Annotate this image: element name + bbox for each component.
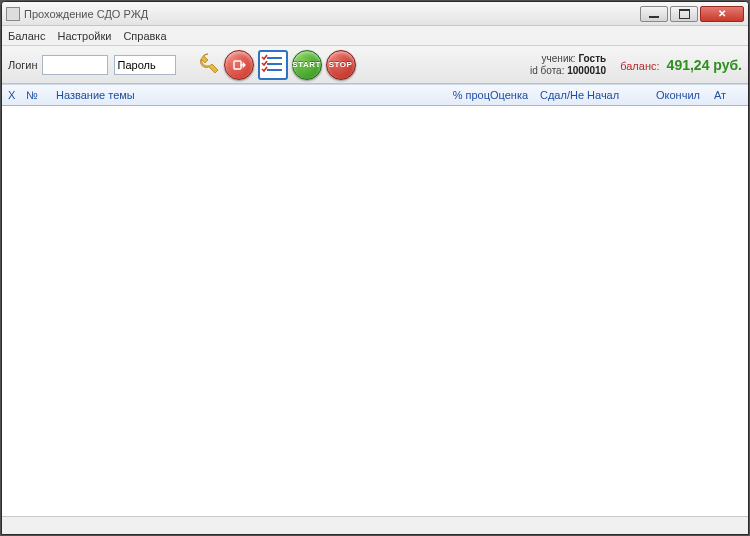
column-grade[interactable]: Оценка [490, 89, 540, 101]
column-percent[interactable]: % проц [430, 89, 490, 101]
stop-icon: STOP [326, 50, 356, 80]
stop-button[interactable]: STOP [326, 50, 356, 80]
column-name[interactable]: Название темы [56, 89, 430, 101]
menu-settings[interactable]: Настройки [57, 30, 111, 42]
user-info: ученик: Гость id бота: 1000010 [530, 53, 606, 77]
window-controls [640, 6, 744, 22]
column-number[interactable]: № [26, 89, 56, 101]
start-button[interactable]: START [292, 50, 322, 80]
stop-button-label: STOP [329, 60, 353, 69]
window-title: Прохождение СДО РЖД [24, 8, 148, 20]
minimize-button[interactable] [640, 6, 668, 22]
checklist-icon [258, 50, 288, 80]
menubar: Баланс Настройки Справка [2, 26, 748, 46]
wrench-icon [188, 51, 220, 79]
login-label: Логин [8, 59, 38, 71]
column-x[interactable]: X [8, 89, 26, 101]
checklist-button[interactable] [258, 50, 288, 80]
login-input[interactable] [42, 55, 108, 75]
wrench-button[interactable] [188, 50, 220, 80]
column-pass[interactable]: Сдал/Не Начал [540, 89, 632, 101]
maximize-button[interactable] [670, 6, 698, 22]
password-input[interactable] [114, 55, 176, 75]
student-value: Гость [578, 53, 606, 64]
bot-id-label: id бота: [530, 65, 564, 76]
close-button[interactable] [700, 6, 744, 22]
app-window: Прохождение СДО РЖД Баланс Настройки Спр… [1, 1, 749, 535]
menu-balance[interactable]: Баланс [8, 30, 45, 42]
svg-rect-0 [234, 61, 241, 69]
titlebar: Прохождение СДО РЖД [2, 2, 748, 26]
column-header-row: X № Название темы % проц Оценка Сдал/Не … [2, 84, 748, 106]
column-finish[interactable]: Окончил [656, 89, 714, 101]
app-icon [6, 7, 20, 21]
balance-block: баланс: 491,24 руб. [620, 57, 742, 73]
content-area [2, 106, 748, 516]
start-icon: START [292, 50, 322, 80]
status-bar [2, 516, 748, 534]
balance-label: баланс: [620, 60, 659, 72]
student-label: ученик: [542, 53, 576, 64]
toolbar: Логин [2, 46, 748, 84]
start-button-label: START [292, 60, 321, 69]
bot-id-value: 1000010 [567, 65, 606, 76]
balance-value: 491,24 руб. [667, 57, 742, 73]
power-icon [224, 50, 254, 80]
title-left: Прохождение СДО РЖД [6, 7, 148, 21]
power-button[interactable] [224, 50, 254, 80]
column-att[interactable]: Ат [714, 89, 742, 101]
menu-help[interactable]: Справка [123, 30, 166, 42]
